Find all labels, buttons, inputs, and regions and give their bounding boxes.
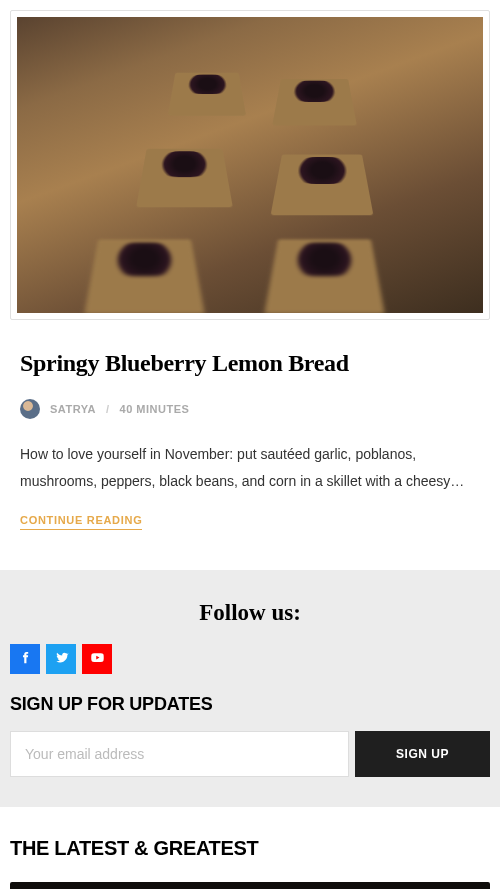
latest-section: THE LATEST & GREATEST <box>0 807 500 889</box>
article-card: Springy Blueberry Lemon Bread SATRYA / 4… <box>0 0 500 570</box>
signup-form: SIGN UP <box>10 731 490 777</box>
latest-heading: THE LATEST & GREATEST <box>10 837 490 860</box>
facebook-icon <box>18 650 33 669</box>
email-input[interactable] <box>10 731 349 777</box>
continue-reading-link[interactable]: CONTINUE READING <box>20 514 142 530</box>
article-duration: 40 MINUTES <box>120 403 190 415</box>
article-body: Springy Blueberry Lemon Bread SATRYA / 4… <box>10 320 490 570</box>
author-name[interactable]: SATRYA <box>50 403 96 415</box>
youtube-button[interactable] <box>82 644 112 674</box>
social-row <box>10 644 490 674</box>
article-excerpt: How to love yourself in November: put sa… <box>20 441 480 494</box>
hero-image-inner <box>17 17 483 313</box>
signup-button[interactable]: SIGN UP <box>355 731 490 777</box>
article-title[interactable]: Springy Blueberry Lemon Bread <box>20 350 480 377</box>
article-meta: SATRYA / 40 MINUTES <box>20 399 480 419</box>
twitter-button[interactable] <box>46 644 76 674</box>
author-avatar[interactable] <box>20 399 40 419</box>
youtube-icon <box>90 650 105 669</box>
article-hero-image[interactable] <box>10 10 490 320</box>
meta-separator: / <box>106 403 110 415</box>
signup-heading: SIGN UP FOR UPDATES <box>10 694 490 715</box>
latest-article-image[interactable] <box>10 882 490 889</box>
twitter-icon <box>54 650 69 669</box>
follow-section: Follow us: SIGN UP FOR UPDATES SIGN UP <box>0 570 500 807</box>
follow-title: Follow us: <box>10 600 490 626</box>
facebook-button[interactable] <box>10 644 40 674</box>
